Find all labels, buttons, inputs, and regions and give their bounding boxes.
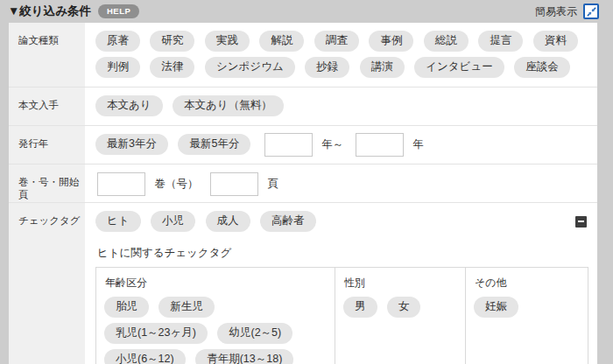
filter-pill[interactable]: 座談会 — [514, 57, 570, 78]
filter-row-volume: 巻・号・開始頁 巻（号） 頁 — [9, 164, 597, 202]
filter-pill[interactable]: 幼児(2～5) — [217, 323, 292, 344]
other-column: その他 妊娠 — [465, 268, 588, 364]
volume-controls: 巻（号） 頁 — [85, 164, 597, 202]
human-checktag-panel: 年齢区分 胎児 新生児 乳児(1～23ヶ月) 幼児(2～5) 小児(6～12) … — [95, 267, 588, 364]
gender-column: 性別 男 女 — [335, 268, 465, 364]
year-from-input[interactable] — [264, 133, 313, 157]
filter-pill[interactable]: 研究 — [150, 31, 194, 52]
collapse-panel-button[interactable] — [583, 4, 599, 19]
filter-pill[interactable]: 講演 — [360, 57, 405, 78]
filter-row-article-type: 論文種類 原著 研究 実践 解説 調査 事例 総説 提言 資料 判例 法律 シン… — [9, 23, 597, 87]
help-button[interactable]: HELP — [98, 4, 139, 18]
article-type-pills: 原著 研究 実践 解説 調査 事例 総説 提言 資料 判例 法律 シンポジウム … — [85, 23, 597, 87]
fulltext-pills: 本文あり 本文あり（無料） — [85, 88, 597, 125]
column-heading: 年齢区分 — [105, 276, 327, 290]
page-suffix: 頁 — [267, 178, 278, 190]
year-from-suffix: 年～ — [321, 138, 343, 150]
column-heading: 性別 — [344, 276, 457, 290]
page-input[interactable] — [210, 172, 258, 196]
filter-pill[interactable]: 女 — [387, 297, 421, 318]
shrink-arrows-icon — [587, 7, 596, 17]
simple-view-label[interactable]: 簡易表示 — [535, 4, 577, 19]
human-checktag-title: ヒトに関するチェックタグ — [97, 246, 588, 261]
filter-pill[interactable]: 高齢者 — [260, 211, 316, 232]
row-label: 論文種類 — [9, 23, 85, 87]
filter-pill[interactable]: 解説 — [259, 31, 304, 52]
filter-pill[interactable]: ヒト — [95, 211, 141, 232]
year-to-suffix: 年 — [412, 138, 424, 150]
filter-row-fulltext: 本文入手 本文あり 本文あり（無料） — [9, 87, 597, 125]
filter-pill[interactable]: 調査 — [314, 31, 359, 52]
filter-pill[interactable]: 乳児(1～23ヶ月) — [104, 323, 208, 344]
column-heading: その他 — [475, 276, 580, 290]
filter-pill[interactable]: 実践 — [205, 31, 250, 52]
filter-section-header: ▼絞り込み条件 HELP 簡易表示 — [0, 0, 613, 23]
filter-pill[interactable]: 資料 — [533, 31, 578, 52]
row-label: チェックタグ — [9, 203, 85, 364]
filter-pill[interactable]: シンポジウム — [205, 57, 295, 78]
filter-pill[interactable]: 胎児 — [104, 297, 149, 318]
filter-pill[interactable]: 法律 — [150, 57, 194, 78]
filter-pill[interactable]: 総説 — [424, 31, 469, 52]
row-label: 発行年 — [9, 126, 85, 164]
filter-pill[interactable]: 原著 — [95, 31, 140, 52]
checktag-area: ヒト 小児 成人 高齢者 ヒトに関するチェックタグ 年齢区分 胎児 新生児 乳児… — [85, 203, 597, 364]
filter-panel: 論文種類 原著 研究 実践 解説 調査 事例 総説 提言 資料 判例 法律 シン… — [9, 23, 597, 364]
year-to-input[interactable] — [356, 133, 404, 157]
filter-section-title[interactable]: ▼絞り込み条件 — [8, 4, 91, 19]
filter-pill[interactable]: 判例 — [95, 57, 140, 78]
filter-pill[interactable]: 新生児 — [159, 297, 215, 318]
age-category-column: 年齢区分 胎児 新生児 乳児(1～23ヶ月) 幼児(2～5) 小児(6～12) … — [96, 268, 335, 364]
volume-suffix: 巻（号） — [154, 178, 198, 190]
volume-input[interactable] — [97, 172, 145, 196]
filter-pill[interactable]: 提言 — [478, 31, 523, 52]
filter-pill[interactable]: 抄録 — [305, 57, 349, 78]
filter-pill[interactable]: 本文あり — [95, 95, 163, 116]
row-label: 本文入手 — [9, 88, 85, 125]
pub-year-controls: 最新3年分 最新5年分 年～ 年 — [85, 126, 597, 164]
filter-pill[interactable]: 小児 — [151, 211, 195, 232]
filter-pill[interactable]: 妊娠 — [474, 297, 518, 318]
row-label: 巻・号・開始頁 — [9, 164, 85, 202]
filter-pill[interactable]: 男 — [343, 297, 377, 318]
filter-pill[interactable]: インタビュー — [414, 57, 504, 78]
filter-row-checktag: チェックタグ ヒト 小児 成人 高齢者 ヒトに関するチェックタグ 年齢区分 胎児… — [9, 202, 597, 364]
filter-pill[interactable]: 成人 — [206, 211, 250, 232]
filter-pill[interactable]: 事例 — [369, 31, 413, 52]
filter-row-pub-year: 発行年 最新3年分 最新5年分 年～ 年 — [9, 125, 597, 164]
filter-pill[interactable]: 最新5年分 — [178, 134, 250, 155]
filter-pill[interactable]: 小児(6～12) — [104, 349, 186, 364]
filter-pill[interactable]: 本文あり（無料） — [173, 95, 284, 116]
checktag-pills: ヒト 小児 成人 高齢者 — [95, 208, 323, 234]
filter-pill[interactable]: 最新3年分 — [95, 134, 168, 155]
filter-pill[interactable]: 青年期(13～18) — [195, 349, 293, 364]
collapse-checktag-button[interactable] — [575, 216, 587, 228]
